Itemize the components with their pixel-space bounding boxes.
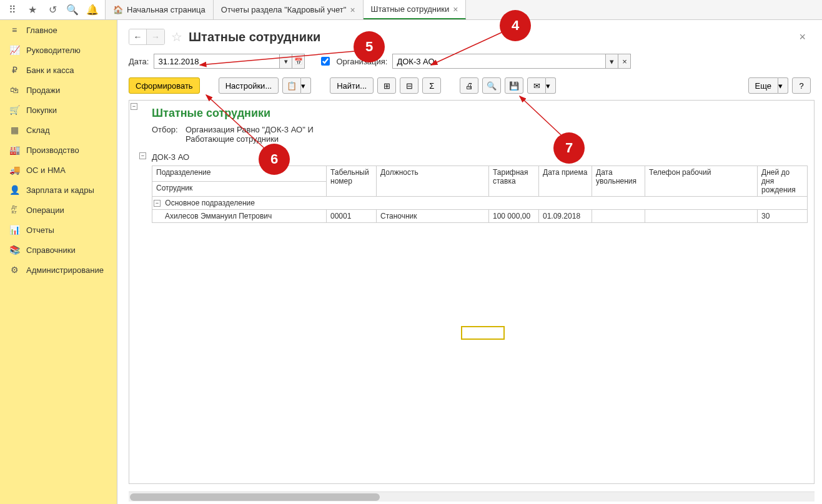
- filter-row: Дата: ▾ 📅 Организация: ▾ ×: [117, 51, 822, 75]
- paste-dropdown[interactable]: ▾: [301, 77, 311, 94]
- bell-icon[interactable]: 🔔: [82, 0, 102, 20]
- close-icon[interactable]: ×: [453, 4, 458, 14]
- back-button[interactable]: ←: [129, 29, 147, 44]
- sidebar-item-label: Отчеты: [26, 225, 54, 235]
- date-input[interactable]: [154, 54, 279, 68]
- calendar-button[interactable]: 📅: [292, 54, 304, 68]
- horizontal-scrollbar[interactable]: [129, 492, 815, 502]
- header-fire-date: Дата увольнения: [592, 166, 645, 197]
- sidebar-item-catalogs[interactable]: 📚Справочники: [0, 240, 117, 260]
- sidebar-item-hr[interactable]: 👤Зарплата и кадры: [0, 180, 117, 200]
- forward-button: →: [147, 29, 164, 44]
- find-button[interactable]: Найти...: [330, 77, 374, 94]
- tab-label: Начальная страница: [127, 5, 206, 14]
- main-content: ← → ☆ Штатные сотрудники × Дата: ▾ 📅 Орг…: [117, 20, 822, 504]
- sidebar-item-admin[interactable]: ⚙Администрирование: [0, 260, 117, 280]
- print-button[interactable]: 🖨: [460, 77, 478, 94]
- cell-tab-number: 00001: [327, 210, 377, 223]
- help-button[interactable]: ?: [792, 77, 811, 94]
- header-tab-number: Табельный номер: [327, 166, 377, 197]
- org-clear-button[interactable]: ×: [618, 54, 630, 68]
- collapse-toggle[interactable]: −: [154, 200, 161, 207]
- email-split-button: ✉ ▾: [527, 77, 556, 94]
- page-header: ← → ☆ Штатные сотрудники ×: [117, 20, 822, 51]
- org-checkbox[interactable]: [321, 57, 330, 66]
- dtkt-icon: ДтКт: [9, 205, 20, 215]
- search-icon[interactable]: 🔍: [62, 0, 82, 20]
- sum-button[interactable]: Σ: [422, 77, 441, 94]
- tab-reports[interactable]: Отчеты раздела "Кадровый учет" ×: [214, 0, 364, 19]
- more-split-button: Еще ▾: [748, 77, 788, 94]
- collapse-button[interactable]: ⊟: [400, 77, 418, 94]
- sidebar-item-warehouse[interactable]: ▦Склад: [0, 120, 117, 140]
- truck-icon: 🚚: [9, 165, 20, 175]
- filter-label: Отбор:: [152, 125, 186, 144]
- cell-work-phone: [645, 210, 758, 223]
- date-dropdown-button[interactable]: ▾: [279, 54, 292, 68]
- collapse-toggle[interactable]: −: [131, 103, 137, 110]
- sidebar-item-purchases[interactable]: 🛒Покупки: [0, 100, 117, 120]
- cell-name: Ахилесов Эммануил Петрович: [152, 210, 327, 223]
- bars-icon: 📊: [9, 225, 20, 235]
- header-position: Должность: [377, 166, 489, 197]
- org-dropdown-button[interactable]: ▾: [605, 54, 618, 68]
- close-page-button[interactable]: ×: [794, 31, 811, 44]
- sidebar-item-label: Справочники: [26, 245, 76, 255]
- sidebar-item-main[interactable]: ≡Главное: [0, 20, 117, 40]
- sidebar-item-operations[interactable]: ДтКтОперации: [0, 200, 117, 220]
- more-button[interactable]: Еще: [748, 77, 778, 94]
- close-icon[interactable]: ×: [350, 5, 355, 15]
- sidebar-item-bank[interactable]: ₽Банк и касса: [0, 60, 117, 80]
- table-row-department: − Основное подразделение: [152, 197, 808, 210]
- annotation-7: 7: [553, 132, 585, 164]
- sidebar-item-label: Склад: [26, 126, 50, 135]
- header-department: Подразделение: [152, 166, 327, 182]
- scrollbar-thumb[interactable]: [130, 493, 380, 501]
- cell-position: Станочник: [377, 210, 489, 223]
- save-button[interactable]: 💾: [505, 77, 523, 94]
- selected-cell-indicator: [461, 326, 505, 340]
- org-input[interactable]: [393, 54, 605, 68]
- top-icon-bar: ⠿ ★ ↺ 🔍 🔔: [0, 0, 106, 19]
- header-rate: Тарифная ставка: [489, 166, 539, 197]
- factory-icon: 🏭: [9, 145, 20, 155]
- report-area[interactable]: − Штатные сотрудники Отбор: Организация …: [129, 100, 815, 484]
- sidebar-item-reports[interactable]: 📊Отчеты: [0, 220, 117, 240]
- favorite-star-icon[interactable]: ☆: [171, 29, 182, 44]
- sidebar-item-manager[interactable]: 📈Руководителю: [0, 40, 117, 60]
- annotation-4: 4: [500, 10, 531, 41]
- apps-icon[interactable]: ⠿: [2, 0, 22, 20]
- menu-icon: ≡: [9, 25, 20, 35]
- paste-split-button: 📋 ▾: [282, 77, 311, 94]
- report-table: Подразделение Табельный номер Должность …: [152, 166, 808, 223]
- sidebar-item-assets[interactable]: 🚚ОС и НМА: [0, 160, 117, 180]
- bag-icon: 🛍: [9, 85, 20, 95]
- collapse-toggle[interactable]: −: [139, 152, 146, 159]
- star-icon[interactable]: ★: [22, 0, 42, 20]
- email-dropdown[interactable]: ▾: [546, 77, 556, 94]
- sidebar-item-production[interactable]: 🏭Производство: [0, 140, 117, 160]
- table-row[interactable]: Ахилесов Эммануил Петрович 00001 Станочн…: [152, 210, 808, 223]
- email-button[interactable]: ✉: [527, 77, 546, 94]
- sidebar-item-label: Главное: [26, 26, 57, 35]
- paste-button[interactable]: 📋: [282, 77, 301, 94]
- settings-button[interactable]: Настройки...: [219, 77, 279, 94]
- sidebar-item-label: Банк и касса: [26, 66, 74, 75]
- header-days-bday: Дней до дня рождения: [758, 166, 808, 197]
- header-employee: Сотрудник: [152, 181, 327, 197]
- tab-staff-employees[interactable]: Штатные сотрудники ×: [364, 0, 467, 19]
- expand-button[interactable]: ⊞: [377, 77, 396, 94]
- gear-icon: ⚙: [9, 265, 20, 275]
- preview-button[interactable]: 🔍: [482, 77, 501, 94]
- tab-home[interactable]: 🏠 Начальная страница: [106, 0, 214, 19]
- generate-button[interactable]: Сформировать: [129, 77, 200, 94]
- sidebar: ≡Главное 📈Руководителю ₽Банк и касса 🛍Пр…: [0, 20, 117, 504]
- history-icon[interactable]: ↺: [42, 0, 62, 20]
- more-dropdown[interactable]: ▾: [778, 77, 788, 94]
- cell-hire-date: 01.09.2018: [539, 210, 592, 223]
- books-icon: 📚: [9, 245, 20, 255]
- annotation-6: 6: [259, 144, 290, 175]
- sidebar-item-label: Администрирование: [26, 265, 104, 275]
- sidebar-item-sales[interactable]: 🛍Продажи: [0, 80, 117, 100]
- sidebar-item-label: Руководителю: [26, 46, 81, 55]
